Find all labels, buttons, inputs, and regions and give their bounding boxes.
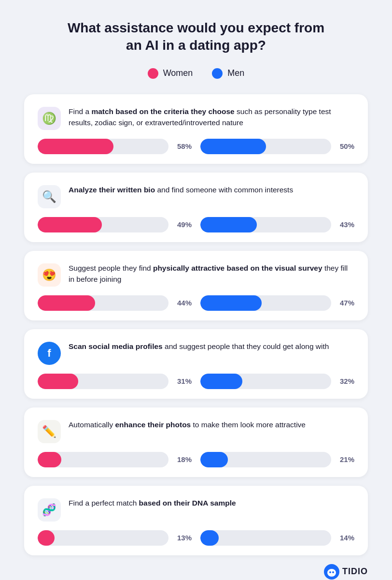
category-text-enhance-photos: Automatically enhance their photos to ma…: [69, 419, 306, 430]
men-bar-track-enhance-photos: [200, 452, 331, 467]
men-bar-side-social-media: 32%: [200, 374, 354, 389]
men-bar-track-match-criteria: [200, 139, 331, 154]
women-bar-side-physically-attractive: 44%: [38, 295, 192, 311]
women-bar-label-match-criteria: 58%: [174, 142, 192, 150]
women-bar-label-enhance-photos: 18%: [174, 455, 192, 464]
legend: Women Men: [24, 68, 368, 79]
category-header-social-media: fScan social media profiles and suggest …: [38, 341, 354, 365]
women-bar-label-dna-sample: 13%: [174, 534, 192, 542]
category-icon-physically-attractive: 😍: [38, 263, 61, 287]
men-bar-track-social-media: [200, 374, 331, 389]
bars-row-enhance-photos: 18%21%: [38, 452, 354, 467]
women-bar-side-social-media: 31%: [38, 374, 192, 389]
tidio-brand: TIDIO: [324, 564, 368, 580]
svg-point-4: [330, 574, 333, 576]
women-bar-side-match-criteria: 58%: [38, 139, 192, 154]
bars-row-social-media: 31%32%: [38, 374, 354, 389]
men-bar-fill-match-criteria: [200, 139, 266, 154]
category-header-match-criteria: ♍Find a match based on the criteria they…: [38, 106, 354, 130]
men-bar-label-dna-sample: 14%: [337, 534, 354, 542]
category-text-analyze-bio: Analyze their written bio and find someo…: [69, 184, 293, 195]
svg-point-2: [329, 571, 331, 573]
category-block-match-criteria: ♍Find a match based on the criteria they…: [24, 94, 368, 164]
men-bar-side-match-criteria: 50%: [200, 139, 354, 154]
category-text-physically-attractive: Suggest people they find physically attr…: [69, 262, 354, 285]
category-header-analyze-bio: 🔍Analyze their written bio and find some…: [38, 184, 354, 208]
men-bar-track-dna-sample: [200, 530, 331, 546]
men-bar-side-dna-sample: 14%: [200, 530, 354, 546]
bars-row-analyze-bio: 49%43%: [38, 217, 354, 232]
footer: TIDIO: [24, 564, 368, 580]
bars-row-match-criteria: 58%50%: [38, 139, 354, 154]
women-bar-label-analyze-bio: 49%: [174, 220, 192, 229]
men-bar-fill-enhance-photos: [200, 452, 228, 467]
women-bar-track-match-criteria: [38, 139, 168, 154]
tidio-text: TIDIO: [342, 566, 368, 577]
women-bar-side-dna-sample: 13%: [38, 530, 192, 546]
women-bar-label-social-media: 31%: [174, 377, 192, 385]
legend-men: Men: [212, 68, 244, 79]
women-bar-fill-match-criteria: [38, 139, 113, 154]
women-bar-fill-analyze-bio: [38, 217, 102, 232]
category-header-enhance-photos: ✏️Automatically enhance their photos to …: [38, 419, 354, 443]
bars-row-dna-sample: 13%14%: [38, 530, 354, 546]
women-bar-track-social-media: [38, 374, 168, 389]
category-icon-analyze-bio: 🔍: [38, 185, 61, 208]
category-icon-social-media: f: [38, 342, 61, 365]
legend-women: Women: [148, 68, 193, 79]
women-bar-fill-enhance-photos: [38, 452, 61, 467]
women-bar-label-physically-attractive: 44%: [174, 299, 192, 307]
men-bar-fill-analyze-bio: [200, 217, 257, 232]
men-bar-side-analyze-bio: 43%: [200, 217, 354, 232]
category-icon-match-criteria: ♍: [38, 107, 61, 130]
men-bar-label-analyze-bio: 43%: [337, 220, 354, 229]
men-bar-label-match-criteria: 50%: [337, 142, 354, 150]
women-bar-track-dna-sample: [38, 530, 168, 546]
women-bar-side-analyze-bio: 49%: [38, 217, 192, 232]
category-block-analyze-bio: 🔍Analyze their written bio and find some…: [24, 173, 368, 242]
svg-point-3: [332, 571, 334, 573]
category-icon-enhance-photos: ✏️: [38, 420, 61, 443]
bars-row-physically-attractive: 44%47%: [38, 295, 354, 311]
men-bar-track-physically-attractive: [200, 295, 331, 311]
men-bar-fill-dna-sample: [200, 530, 219, 546]
women-bar-fill-physically-attractive: [38, 295, 95, 311]
women-bar-track-enhance-photos: [38, 452, 168, 467]
men-bar-label-physically-attractive: 47%: [337, 299, 354, 307]
women-bar-track-analyze-bio: [38, 217, 168, 232]
tidio-icon: [324, 564, 339, 580]
category-text-match-criteria: Find a match based on the criteria they …: [69, 106, 354, 129]
categories-container: ♍Find a match based on the criteria they…: [24, 94, 368, 555]
men-bar-label-social-media: 32%: [337, 377, 354, 385]
category-block-social-media: fScan social media profiles and suggest …: [24, 329, 368, 399]
women-dot: [148, 68, 158, 79]
category-block-enhance-photos: ✏️Automatically enhance their photos to …: [24, 407, 368, 477]
category-text-dna-sample: Find a perfect match based on their DNA …: [69, 497, 236, 508]
category-text-social-media: Scan social media profiles and suggest p…: [69, 341, 329, 352]
women-label: Women: [163, 68, 193, 78]
page-title: What assistance would you expect from an…: [24, 19, 368, 55]
category-block-physically-attractive: 😍Suggest people they find physically att…: [24, 251, 368, 320]
men-label: Men: [227, 68, 244, 78]
men-dot: [212, 68, 223, 79]
men-bar-fill-physically-attractive: [200, 295, 262, 311]
men-bar-label-enhance-photos: 21%: [337, 455, 354, 464]
men-bar-side-physically-attractive: 47%: [200, 295, 354, 311]
women-bar-fill-dna-sample: [38, 530, 55, 546]
men-bar-track-analyze-bio: [200, 217, 331, 232]
women-bar-track-physically-attractive: [38, 295, 168, 311]
women-bar-fill-social-media: [38, 374, 78, 389]
women-bar-side-enhance-photos: 18%: [38, 452, 192, 467]
men-bar-side-enhance-photos: 21%: [200, 452, 354, 467]
page-container: What assistance would you expect from an…: [0, 0, 392, 580]
category-icon-dna-sample: 🧬: [38, 498, 61, 522]
category-header-dna-sample: 🧬Find a perfect match based on their DNA…: [38, 497, 354, 522]
category-header-physically-attractive: 😍Suggest people they find physically att…: [38, 262, 354, 287]
category-block-dna-sample: 🧬Find a perfect match based on their DNA…: [24, 486, 368, 555]
men-bar-fill-social-media: [200, 374, 242, 389]
